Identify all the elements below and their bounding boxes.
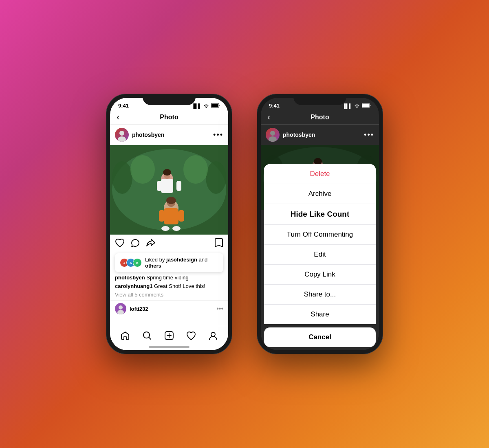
search-nav-icon[interactable] (142, 331, 152, 343)
back-button-left[interactable]: ‹ (117, 112, 119, 123)
svg-point-23 (161, 226, 170, 231)
more-button-right[interactable]: ••• (364, 131, 374, 139)
svg-point-34 (269, 136, 277, 142)
nav-bar-right: ‹ Photo (261, 110, 379, 125)
view-comments[interactable]: View all 5 comments (110, 291, 228, 299)
sheet-archive[interactable]: Archive (264, 184, 376, 204)
status-icons-right: ▐▌▌ (343, 103, 371, 109)
add-nav-icon[interactable] (164, 331, 174, 343)
post-header-right: photosbyen ••• (261, 125, 379, 145)
status-time-right: 9:41 (269, 103, 280, 109)
liker-avatar-3: K (133, 258, 142, 267)
notch-right (293, 94, 346, 105)
status-time-left: 9:41 (118, 103, 129, 109)
avatar-left[interactable] (115, 128, 129, 142)
nav-title-right: Photo (311, 114, 329, 121)
svg-rect-31 (362, 104, 369, 107)
post-user-left: photosbyen (115, 128, 164, 142)
home-nav-icon[interactable] (120, 331, 130, 343)
likes-others: others (145, 263, 161, 269)
svg-rect-16 (176, 181, 181, 191)
svg-point-13 (163, 169, 171, 176)
home-indicator-left (149, 346, 189, 348)
svg-point-19 (166, 197, 176, 204)
svg-point-4 (118, 136, 126, 142)
comment-1: carolynhuang1 Great Shot! Love this! (110, 282, 228, 291)
left-phone-screen: 9:41 ▐▌▌ ‹ Photo photosbyen (110, 98, 228, 350)
likes-text: Liked by jasohdesign and others (145, 257, 218, 269)
sheet-edit[interactable]: Edit (264, 245, 376, 265)
action-bar-left (110, 235, 228, 253)
action-sheet: Delete Archive Hide Like Count Turn Off … (261, 164, 379, 350)
nav-title-left: Photo (160, 114, 178, 121)
sheet-turn-off-commenting[interactable]: Turn Off Commenting (264, 225, 376, 245)
back-button-right[interactable]: ‹ (267, 112, 270, 123)
username-right[interactable]: photosbyen (283, 132, 315, 138)
post-photo-left (110, 145, 228, 235)
svg-point-24 (172, 226, 181, 231)
more-button-left[interactable]: ••• (213, 131, 223, 139)
comment-1-text: Great Shot! Love this! (154, 283, 205, 289)
svg-point-9 (130, 155, 155, 184)
svg-point-8 (206, 161, 226, 194)
commenter-avatar (115, 303, 126, 314)
comment-more-button[interactable]: ••• (216, 305, 223, 312)
svg-point-33 (270, 131, 275, 136)
right-phone-screen: 9:41 ▐▌▌ ‹ Photo photosbyen (261, 98, 379, 350)
signal-icon-right: ▐▌▌ (343, 103, 352, 108)
svg-rect-32 (370, 105, 371, 106)
svg-point-7 (112, 161, 132, 194)
comment-icon[interactable] (130, 238, 140, 250)
sheet-main: Delete Archive Hide Like Count Turn Off … (264, 164, 376, 324)
avatar-right[interactable] (266, 128, 280, 142)
likes-user: jasohdesign (166, 257, 197, 263)
svg-rect-14 (161, 179, 173, 193)
sheet-share-to[interactable]: Share to... (264, 285, 376, 305)
action-left-icons (115, 238, 156, 250)
svg-point-29 (211, 332, 215, 336)
battery-icon (211, 103, 220, 109)
right-phone: 9:41 ▐▌▌ ‹ Photo photosbyen (257, 94, 383, 354)
post-user-right: photosbyen (266, 128, 315, 142)
left-phone: 9:41 ▐▌▌ ‹ Photo photosbyen (106, 94, 232, 354)
svg-rect-22 (178, 210, 184, 222)
svg-rect-15 (157, 181, 162, 191)
notch (143, 94, 196, 105)
sheet-delete[interactable]: Delete (264, 164, 376, 184)
wifi-icon (203, 103, 209, 109)
post-header-left: photosbyen ••• (110, 125, 228, 145)
svg-rect-2 (219, 105, 220, 106)
caption-area: photosbyen Spring time vibing (110, 274, 228, 282)
svg-point-25 (119, 305, 123, 310)
caption-user[interactable]: photosbyen (115, 275, 145, 281)
svg-point-3 (119, 131, 124, 136)
sheet-copy-link[interactable]: Copy Link (264, 265, 376, 285)
svg-point-27 (143, 332, 150, 338)
nav-bar-left: ‹ Photo (110, 110, 228, 125)
wifi-icon-right (354, 103, 360, 109)
bookmark-icon[interactable] (214, 238, 223, 250)
sheet-cancel[interactable]: Cancel (264, 327, 376, 347)
battery-icon-right (362, 103, 371, 109)
svg-point-26 (117, 310, 124, 314)
signal-icon: ▐▌▌ (192, 103, 201, 108)
svg-point-10 (183, 155, 208, 184)
caption-text: Spring time vibing (146, 275, 188, 281)
like-icon[interactable] (115, 238, 125, 250)
comment-row: lofti232 ••• (110, 300, 228, 317)
username-left[interactable]: photosbyen (132, 132, 164, 138)
commenter-name[interactable]: lofti232 (130, 306, 148, 312)
likes-tooltip: J A K Liked by jasohdesign and others (115, 253, 223, 272)
status-icons-left: ▐▌▌ (192, 103, 220, 109)
heart-nav-icon[interactable] (186, 331, 196, 343)
svg-rect-20 (164, 208, 178, 224)
profile-nav-icon[interactable] (208, 331, 218, 343)
sheet-hide-like-count[interactable]: Hide Like Count (264, 204, 376, 225)
svg-rect-1 (211, 104, 218, 107)
comment-1-user[interactable]: carolynhuang1 (115, 283, 152, 289)
sheet-share[interactable]: Share (264, 305, 376, 324)
likes-avatars: J A K (120, 258, 142, 267)
svg-rect-21 (159, 210, 165, 222)
share-icon[interactable] (146, 238, 156, 250)
